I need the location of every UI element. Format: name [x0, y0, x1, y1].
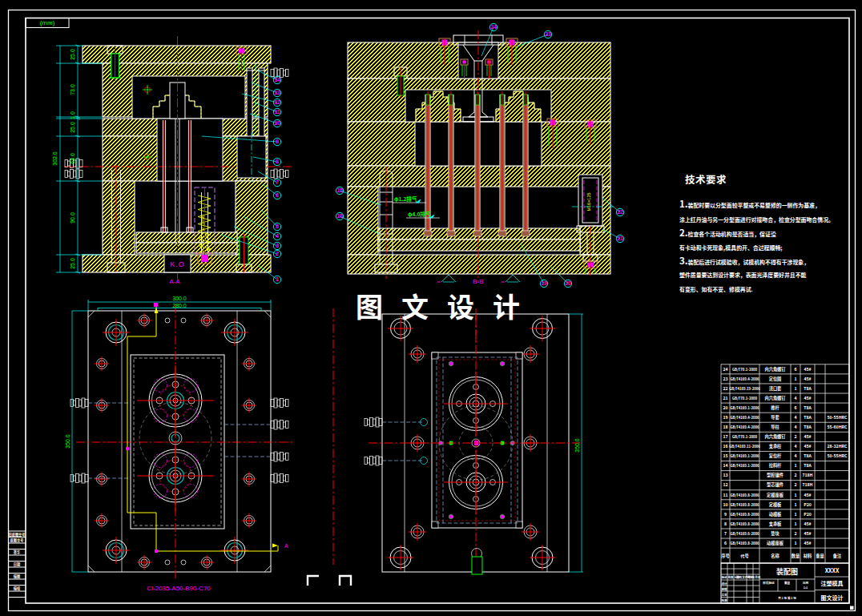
bom-cell: 17 [723, 433, 727, 439]
balloon-number: 1 [276, 276, 279, 282]
bom-cell: GB/T4169.4-2006 [730, 425, 759, 429]
bom-cell: GB/T4169.8-2006 [730, 493, 759, 497]
scale-value: 1:1 [804, 586, 808, 590]
bom-cell: 2 [794, 481, 796, 487]
bom-cell: 内六角螺钉 [765, 366, 787, 372]
balloon-number: 14 [274, 77, 280, 83]
balloon-number: 5 [276, 223, 279, 229]
balloon-number: 6 [276, 192, 279, 198]
bom-cell: 1 [794, 521, 796, 526]
dim-plan2-height: 350.0 [574, 438, 580, 453]
dim-plan-width: 300.0 [172, 296, 187, 301]
section-a-label: A-A [169, 278, 180, 285]
bom-cell: P20 [804, 511, 812, 517]
bom-cell: 12 [723, 481, 727, 487]
dim-value: 25.0 [70, 49, 75, 60]
bom-cell: 718H [802, 472, 812, 477]
bom-cell: 1 [794, 540, 796, 546]
callout-2: φ4.0排气 [408, 210, 431, 218]
balloon-number: 10 [274, 120, 280, 126]
company-name: XXXX [825, 566, 840, 574]
bom-cell: GB/T70.1-2000 [732, 367, 758, 372]
bom-header: 重量 [816, 553, 824, 558]
bom-header: 代号 [740, 553, 748, 559]
balloon-number: 21 [617, 236, 623, 241]
bom-cell: 21 [723, 395, 727, 401]
bom-cell: 4 [794, 424, 796, 429]
bom-cell: 导柱 [771, 424, 779, 430]
bom-cell: 14 [723, 462, 727, 468]
bom-cell: T8A [804, 385, 812, 391]
bom-cell: 45# [804, 443, 811, 449]
bom-cell: 24 [723, 366, 727, 372]
strip-label: 底图总号 [10, 537, 24, 543]
dim-plan-width-inner: 280.0 [172, 303, 187, 308]
bom-cell: 4 [794, 443, 796, 449]
cad-drawing: (mm) 旧底图总号底图总号签字日期描图描校 图文设计 技术要求 1.装配时要以… [0, 0, 862, 616]
bom-cell: 8 [724, 521, 727, 526]
bom-cell: 内六角螺钉 [765, 433, 787, 440]
record-label: 标记 [721, 575, 727, 579]
bom-cell: 45# [804, 433, 811, 439]
bom-cell: 支承柱 [769, 443, 782, 449]
balloon-number: 23 [545, 31, 551, 37]
bom-cell: 1 [794, 492, 796, 497]
balloon-number: 15 [336, 187, 343, 193]
balloon-number: 13 [274, 90, 280, 95]
bom-cell: GB/T4169.6-2006 [730, 531, 759, 536]
strip-label: 描校 [14, 586, 21, 591]
bom-cell: 50-55HRC [827, 453, 848, 458]
bom-cell: 19 [723, 414, 727, 420]
bom-cell: 2 [794, 472, 796, 477]
bom-cell: GB/T4169.4-2006 [730, 376, 759, 381]
tech-requirements-title: 技术要求 [685, 171, 727, 187]
bom-cell: 718H [802, 481, 812, 487]
balloon-number: 24 [490, 24, 497, 30]
bom-cell: 18 [723, 424, 727, 429]
bom-cell: T8A [804, 424, 812, 429]
plan-fixed-caption: CI-2035-A50-B90-C70 [147, 585, 211, 592]
bom-cell: T8A [804, 453, 812, 458]
project-name: 注塑模具 [821, 579, 844, 587]
bom-cell: 推杆 [771, 405, 779, 411]
bom-cell: 型腔镶件 [767, 472, 783, 478]
bom-cell: 50-55HRC [827, 414, 848, 420]
brand-name: 图文设计 [821, 594, 844, 602]
bom-cell: 1 [794, 462, 796, 468]
bom-cell: GB/T4169.8-2006 [730, 512, 759, 517]
bom-header: 序号 [721, 553, 729, 559]
balloon-number: 16 [336, 213, 343, 219]
sign-label: 工艺 [721, 593, 727, 597]
bom-cell: 动模座板 [767, 540, 784, 546]
bom-cell: 定模板 [769, 501, 782, 508]
strip-label: 日期 [14, 562, 20, 567]
dim-value: 25.0 [70, 122, 75, 133]
bom-cell: 2 [794, 530, 796, 536]
balloon-number: 11 [274, 109, 280, 115]
bom-cell: 内六角螺钉 [765, 395, 787, 401]
section-view-b: M16×125 φ1.2排气 φ4.0排气 B-B 24232221201915… [336, 23, 623, 287]
watermark-text: 图文设计 [356, 286, 538, 325]
dim-value: 63.0 [70, 153, 75, 164]
balloon-number: 4 [276, 233, 279, 239]
balloon-number: 19 [541, 280, 547, 286]
balloon-number: 8 [276, 159, 279, 164]
bom-cell: 45# [804, 530, 811, 536]
bom-cell: 浇口套 [769, 385, 782, 392]
bom-cell: GB/T4169.8-2006 [730, 502, 759, 507]
dim-plan-height: 350.0 [65, 434, 70, 449]
bom-cell: T8A [804, 462, 812, 468]
bom-cell: 45# [804, 540, 811, 546]
bom-cell: 定位圈 [769, 376, 782, 382]
bom-header: 材料 [804, 553, 812, 559]
bom-cell: 支承板 [769, 521, 782, 527]
bom-cell: 11 [723, 492, 727, 497]
units-label: (mm) [40, 19, 55, 26]
bom-cell: 45# [804, 376, 811, 381]
part-code-a: M12×90 [200, 215, 205, 231]
bom-cell: 拉料杆 [769, 462, 782, 469]
bom-cell: 45# [804, 395, 811, 401]
part-code-b: M16×125 [586, 192, 591, 211]
section-b-label: B-B [473, 278, 483, 285]
bom-cell: 20 [723, 405, 727, 410]
